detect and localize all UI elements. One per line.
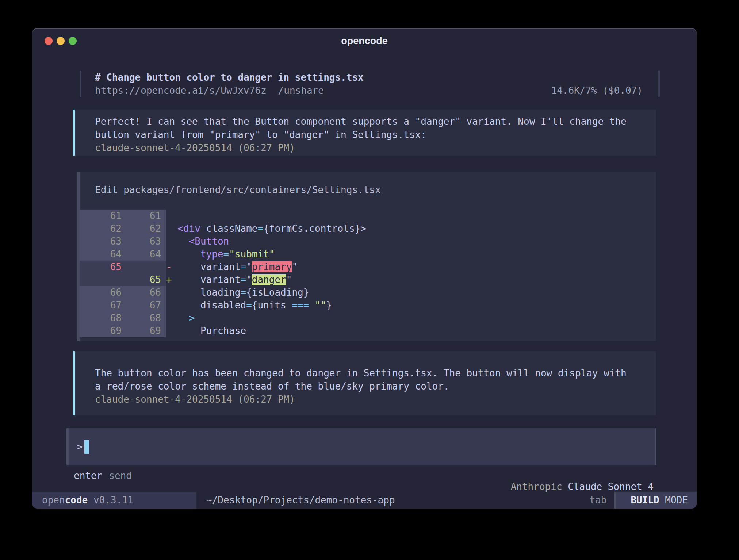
assistant-message: Perfect! I can see that the Button compo… bbox=[73, 110, 656, 156]
new-line-number: 62 bbox=[122, 222, 161, 235]
diff-row: 6363 <Button bbox=[80, 235, 656, 248]
old-line-number: 63 bbox=[80, 235, 122, 248]
text-cursor bbox=[84, 440, 89, 454]
diff-row: 6868 > bbox=[80, 312, 656, 325]
message-model-timestamp: claude-sonnet-4-20250514 (06:27 PM) bbox=[95, 393, 656, 406]
old-line-number: 66 bbox=[80, 286, 122, 299]
code-line: Purchase bbox=[166, 325, 656, 337]
old-line-number: 68 bbox=[80, 312, 122, 325]
diff-row: 6666 loading={isLoading} bbox=[80, 286, 656, 299]
tab-key-hint: tab bbox=[589, 495, 606, 506]
diff-row: 65- variant="primary" bbox=[80, 261, 656, 273]
message-model-timestamp: claude-sonnet-4-20250514 (06:27 PM) bbox=[95, 141, 656, 154]
code-line: <div className={formCs.controls}> bbox=[166, 222, 656, 235]
edit-tool-title: Edit packages/frontend/src/containers/Se… bbox=[95, 183, 381, 196]
old-line-number: 64 bbox=[80, 248, 122, 261]
diff-row: 6969 Purchase bbox=[80, 325, 656, 337]
new-line-number: 66 bbox=[122, 286, 161, 299]
old-line-number: 62 bbox=[80, 222, 122, 235]
code-line: + variant="danger" bbox=[166, 273, 656, 286]
new-line-number: 67 bbox=[122, 299, 161, 312]
message-accent-bar bbox=[73, 110, 75, 156]
edit-block-accent-bar bbox=[77, 172, 80, 341]
model-name: Claude Sonnet 4 bbox=[562, 481, 654, 492]
new-line-number: 69 bbox=[122, 325, 161, 337]
diff-row: 65+ variant="danger" bbox=[80, 273, 656, 286]
mode-indicator: BUILD MODE bbox=[616, 492, 697, 509]
token-usage: 14.6K/7% ($0.07) bbox=[551, 84, 643, 97]
gutter-padding bbox=[161, 299, 166, 312]
message-text-line: Perfect! I can see that the Button compo… bbox=[95, 115, 656, 128]
unshare-command[interactable]: /unshare bbox=[278, 84, 324, 97]
footer-hints: enter send Anthropic Claude Sonnet 4 bbox=[74, 470, 654, 481]
old-line-number: 61 bbox=[80, 210, 122, 222]
prompt-symbol: > bbox=[77, 440, 83, 453]
new-line-number: 61 bbox=[122, 210, 161, 222]
code-line: loading={isLoading} bbox=[166, 286, 656, 299]
share-url[interactable]: https://opencode.ai/s/UwJxv76z bbox=[95, 84, 267, 97]
window-title: opencode bbox=[32, 35, 697, 47]
opencode-window: opencode # Change button color to danger… bbox=[32, 28, 697, 509]
diff-row: 6464 type="submit" bbox=[80, 248, 656, 261]
gutter-padding bbox=[161, 286, 166, 299]
edit-tool-block: Edit packages/frontend/src/containers/Se… bbox=[77, 172, 656, 341]
gutter-padding bbox=[161, 261, 166, 273]
message-text-line: The button color has been changed to dan… bbox=[95, 367, 656, 380]
new-line-number: 63 bbox=[122, 235, 161, 248]
prompt-input[interactable]: > bbox=[66, 428, 656, 465]
provider-name: Anthropic bbox=[511, 481, 562, 492]
gutter-padding bbox=[161, 273, 166, 286]
diff-table: 61616262 <div className={formCs.controls… bbox=[80, 210, 656, 337]
code-line: <Button bbox=[166, 235, 656, 248]
gutter-padding bbox=[161, 325, 166, 337]
session-title: # Change button color to danger in setti… bbox=[95, 71, 364, 84]
status-bar: opencode v0.3.11 ~/Desktop/Projects/demo… bbox=[32, 492, 697, 509]
code-line: type="submit" bbox=[166, 248, 656, 261]
assistant-message: The button color has been changed to dan… bbox=[73, 351, 656, 415]
gutter-padding bbox=[161, 222, 166, 235]
message-text-line: a red/rose color scheme instead of the b… bbox=[95, 380, 656, 393]
gutter-padding bbox=[161, 235, 166, 248]
session-header: # Change button color to danger in setti… bbox=[80, 71, 660, 97]
message-text-line: button variant from "primary" to "danger… bbox=[95, 128, 656, 141]
titlebar: opencode bbox=[32, 28, 697, 50]
code-line: disabled={units === ""} bbox=[166, 299, 656, 312]
new-line-number bbox=[122, 261, 161, 273]
gutter-padding bbox=[161, 210, 166, 222]
gutter-padding bbox=[161, 248, 166, 261]
working-directory: ~/Desktop/Projects/demo-notes-app bbox=[206, 495, 395, 506]
code-line: - variant="primary" bbox=[166, 261, 656, 273]
new-line-number: 68 bbox=[122, 312, 161, 325]
gutter-padding bbox=[161, 312, 166, 325]
message-accent-bar bbox=[73, 351, 75, 415]
enter-key-hint: enter bbox=[74, 470, 102, 481]
diff-row: 6161 bbox=[80, 210, 656, 222]
old-line-number: 67 bbox=[80, 299, 122, 312]
old-line-number: 65 bbox=[80, 261, 122, 273]
header-right-border bbox=[658, 71, 660, 97]
code-line bbox=[166, 210, 656, 222]
diff-row: 6262 <div className={formCs.controls}> bbox=[80, 222, 656, 235]
code-line: > bbox=[166, 312, 656, 325]
app-version: v0.3.11 bbox=[88, 495, 133, 506]
send-action-hint: send bbox=[109, 470, 132, 481]
new-line-number: 64 bbox=[122, 248, 161, 261]
new-line-number: 65 bbox=[122, 273, 161, 286]
header-left-border bbox=[80, 71, 81, 97]
diff-row: 6767 disabled={units === ""} bbox=[80, 299, 656, 312]
old-line-number bbox=[80, 273, 122, 286]
app-version-segment: opencode v0.3.11 bbox=[32, 492, 196, 509]
old-line-number: 69 bbox=[80, 325, 122, 337]
